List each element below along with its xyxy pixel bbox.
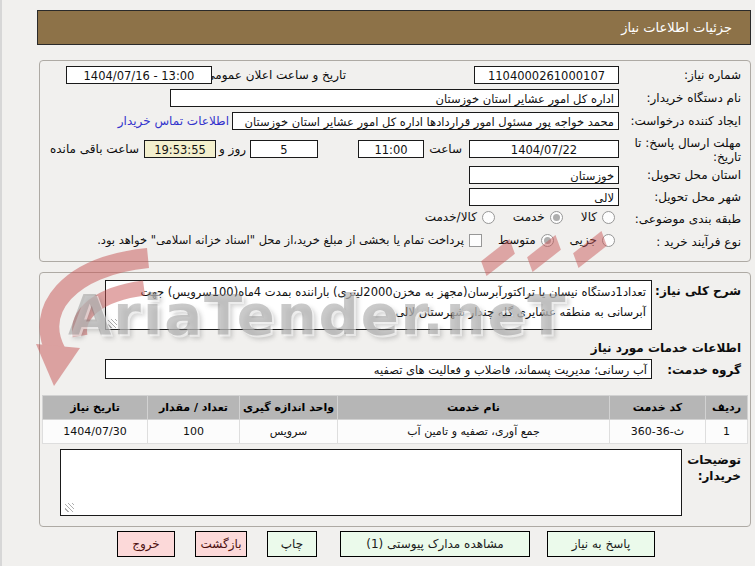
remaining-timer-field: 19:53:55	[144, 140, 216, 158]
purchase-process-row: جزییمتوسط پرداخت تمام یا بخشی از مبلغ خر…	[97, 233, 615, 247]
delivery-city-field[interactable]: لالی	[469, 188, 619, 206]
resize-handle-icon[interactable]	[65, 503, 74, 512]
view-attachments-button[interactable]: مشاهده مدارک پیوستی (1)	[340, 531, 530, 557]
announce-datetime-field[interactable]: 1404/07/16 - 13:00	[66, 66, 212, 84]
request-creator-field[interactable]: محمد خواجه پور مسئول امور قراردادها ادار…	[232, 112, 619, 130]
general-description-label: شرح کلی نیاز:	[655, 284, 741, 298]
cell-quantity: 100	[148, 420, 240, 444]
reply-to-need-button[interactable]: پاسخ به نیاز	[547, 531, 655, 557]
col-unit: واحد اندازه گیری	[240, 396, 338, 420]
exit-button[interactable]: خروج	[117, 531, 175, 557]
reply-deadline-label: مهلت ارسال پاسخ: تا تاریخ:	[631, 136, 741, 164]
col-need-date: تاریخ نیاز	[43, 396, 148, 420]
buyer-notes-textarea[interactable]	[60, 449, 682, 516]
radio-icon[interactable]	[602, 234, 615, 247]
table-row: 1 ث-36-360 جمع آوری، تصفیه و تامین آب سر…	[43, 420, 748, 444]
radio-icon[interactable]	[550, 211, 563, 224]
delivery-province-label: استان محل تحویل:	[647, 168, 741, 182]
cell-unit: سرویس	[240, 420, 338, 444]
radio-option: خدمت	[513, 210, 563, 224]
resize-handle-icon[interactable]	[108, 319, 117, 328]
col-row-number: ردیف	[706, 396, 748, 420]
col-service-code: کد خدمت	[610, 396, 706, 420]
need-number-label: شماره نیاز:	[684, 68, 741, 82]
table-header-row: ردیف کد خدمت نام خدمت واحد اندازه گیری ت…	[43, 396, 748, 420]
back-button[interactable]: بازگشت	[195, 531, 247, 557]
treasury-checkbox[interactable]	[469, 234, 482, 247]
request-creator-label: ایجاد کننده درخواست:	[630, 114, 741, 128]
services-section-header: اطلاعات خدمات مورد نیاز	[591, 341, 741, 355]
cell-row-number: 1	[706, 420, 748, 444]
reply-deadline-time-field[interactable]: 11:00	[358, 140, 424, 158]
general-description-textarea[interactable]: تعداد1دستگاه نیسان یا تراکتورآبرسان(مجهز…	[105, 280, 652, 330]
radio-option: متوسط	[498, 233, 554, 247]
radio-option: کالا	[581, 210, 615, 224]
radio-option: جزیی	[570, 233, 615, 247]
treasury-checkbox-label: پرداخت تمام یا بخشی از مبلغ خرید،از محل …	[97, 233, 464, 247]
print-button[interactable]: چاپ	[267, 531, 317, 557]
buyer-org-field[interactable]: اداره کل امور عشایر استان خوزستان	[170, 89, 619, 107]
service-group-field[interactable]: آب رسانی؛ مدیریت پسماند، فاضلاب و فعالیت…	[105, 359, 652, 379]
cell-need-date: 1404/07/30	[43, 420, 148, 444]
cell-service-code: ث-36-360	[610, 420, 706, 444]
radio-option: کالا/خدمت	[425, 210, 495, 224]
radio-icon[interactable]	[482, 211, 495, 224]
delivery-province-field[interactable]: خوزستان	[469, 166, 619, 184]
service-group-label: گروه خدمت:	[667, 363, 741, 377]
page-title: جزئیات اطلاعات نیاز	[621, 20, 732, 35]
reply-deadline-date-field[interactable]: 1404/07/22	[469, 140, 619, 158]
purchase-process-radio-group: جزییمتوسط	[498, 233, 615, 247]
radio-icon[interactable]	[602, 211, 615, 224]
subject-classification-radio-group: کالاخدمتکالا/خدمت	[425, 210, 615, 224]
remaining-days-suffix: روز و	[219, 142, 246, 156]
buyer-contact-link[interactable]: اطلاعات تماس خریدار	[118, 114, 229, 128]
remaining-days-field: 5	[250, 140, 318, 158]
need-details-page: جزئیات اطلاعات نیاز شماره نیاز: 11040002…	[0, 0, 755, 566]
radio-option-label[interactable]: کالا	[581, 210, 597, 224]
purchase-process-label: نوع فرآیند خرید :	[656, 235, 741, 249]
subject-classification-label: طبقه بندی موضوعی:	[635, 212, 741, 226]
radio-icon[interactable]	[541, 234, 554, 247]
announce-datetime-label: تاریخ و ساعت اعلان عمومی:	[201, 68, 346, 82]
col-quantity: تعداد / مقدار	[148, 396, 240, 420]
remaining-time-suffix: ساعت باقی مانده	[50, 142, 139, 156]
radio-option-label[interactable]: خدمت	[513, 210, 545, 224]
col-service-name: نام خدمت	[338, 396, 610, 420]
need-number-field[interactable]: 1104000261000107	[474, 66, 619, 84]
buyer-notes-label: توضیحات خریدار:	[677, 452, 741, 484]
radio-option-label[interactable]: کالا/خدمت	[425, 210, 477, 224]
treasury-checkbox-item: پرداخت تمام یا بخشی از مبلغ خرید،از محل …	[97, 233, 482, 247]
delivery-city-label: شهر محل تحویل:	[654, 190, 741, 204]
title-bar: جزئیات اطلاعات نیاز	[37, 10, 751, 45]
cell-service-name: جمع آوری، تصفیه و تامین آب	[338, 420, 610, 444]
buyer-org-label: نام دستگاه خریدار:	[647, 91, 742, 105]
radio-option-label[interactable]: متوسط	[498, 233, 536, 247]
radio-option-label[interactable]: جزیی	[570, 233, 597, 247]
services-table: ردیف کد خدمت نام خدمت واحد اندازه گیری ت…	[42, 395, 748, 444]
hour-label: ساعت	[429, 142, 462, 156]
